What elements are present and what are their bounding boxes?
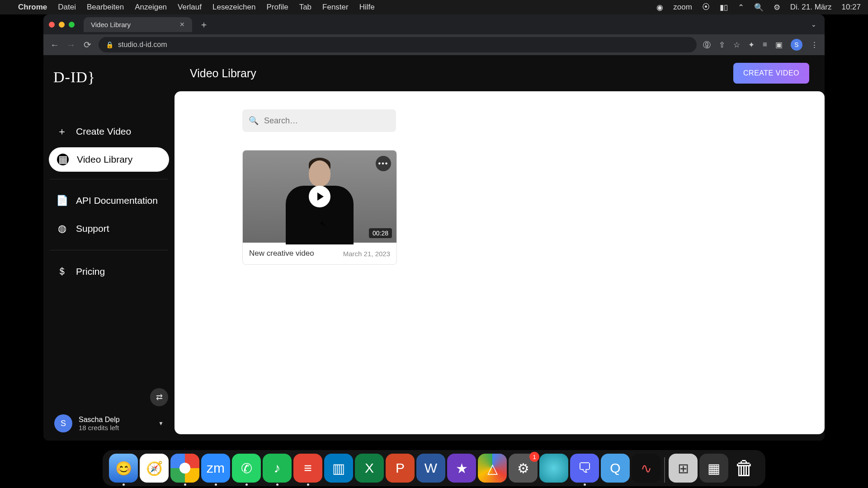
sidebar-item-create-video[interactable]: ＋ Create Video [43, 117, 175, 145]
sidebar: D-ID} ＋ Create Video ▦ Video Library 📄 A… [43, 55, 175, 441]
dock-google-drive[interactable]: △ [478, 454, 507, 483]
document-icon: 📄 [56, 195, 68, 206]
dock-trash[interactable]: 🗑 [730, 454, 759, 483]
dock-safari[interactable]: 🧭 [140, 454, 169, 483]
sidebar-item-label: Support [76, 223, 109, 234]
record-icon[interactable]: ◉ [656, 3, 663, 12]
browser-tab[interactable]: Video Library ✕ [84, 17, 192, 32]
menu-verlauf[interactable]: Verlauf [178, 3, 202, 12]
dock-imovie[interactable]: ★ [447, 454, 476, 483]
menu-hilfe[interactable]: Hilfe [359, 3, 375, 12]
menu-lesezeichen[interactable]: Lesezeichen [212, 3, 255, 12]
sidebar-item-support[interactable]: ◍ Support [43, 215, 175, 243]
collapse-sidebar-button[interactable]: ⇄ [150, 388, 168, 406]
share-icon[interactable]: ⇧ [719, 40, 725, 50]
bookmark-icon[interactable]: ☆ [733, 40, 740, 50]
address-bar: ← → ⟳ 🔒 studio.d-id.com ⓖ ⇧ ☆ ✦ ≡ ▣ S ⋮ [43, 34, 825, 55]
forward-button[interactable]: → [66, 40, 76, 50]
dock-trello[interactable]: ▥ [324, 454, 353, 483]
video-grid: ••• 00:28 ↖ New creative video March 21,… [242, 150, 757, 265]
video-thumbnail[interactable]: ••• 00:28 ↖ [243, 150, 396, 243]
dock-powerpoint[interactable]: P [386, 454, 415, 483]
menu-profile[interactable]: Profile [266, 3, 288, 12]
video-title: New creative video [249, 249, 314, 258]
dock-finder[interactable]: 😊 [109, 454, 138, 483]
menu-fenster[interactable]: Fenster [322, 3, 349, 12]
control-center-icon[interactable]: ⚙ [774, 3, 780, 12]
dock-spotify[interactable]: ♪ [263, 454, 292, 483]
logo[interactable]: D-ID} [43, 64, 175, 99]
menu-anzeigen[interactable]: Anzeigen [135, 3, 167, 12]
maximize-window-icon[interactable] [69, 22, 75, 28]
menubar-time[interactable]: 10:27 [841, 3, 861, 12]
settings-badge: 1 [529, 452, 539, 462]
chrome-menu-icon[interactable]: ⋮ [811, 40, 818, 50]
main-area: Video Library CREATE VIDEO 🔍 [175, 55, 825, 441]
create-video-button[interactable]: CREATE VIDEO [733, 63, 809, 84]
tab-strip: Video Library ✕ ＋ ⌄ [43, 14, 825, 34]
search-input[interactable] [264, 116, 390, 126]
dock-audio-app[interactable]: ∿ [632, 454, 660, 483]
menu-tab[interactable]: Tab [299, 3, 311, 12]
divider [50, 179, 168, 179]
dock-mission-control[interactable]: ▦ [699, 454, 728, 483]
video-duration: 00:28 [369, 228, 392, 238]
dock-chrome[interactable] [170, 454, 199, 483]
content-canvas: 🔍 ••• 00:28 ↖ [175, 91, 825, 434]
profile-avatar[interactable]: S [791, 39, 802, 51]
google-translate-icon[interactable]: ⓖ [703, 40, 711, 50]
tab-overflow-icon[interactable]: ⌄ [811, 21, 819, 28]
chrome-window: Video Library ✕ ＋ ⌄ ← → ⟳ 🔒 studio.d-id.… [43, 14, 825, 441]
zoom-menubar[interactable]: zoom [673, 3, 692, 12]
sidebar-item-pricing[interactable]: ＄ Pricing [43, 258, 175, 286]
macos-dock: 😊 🧭 zm ✆ ♪ ≡ ▥ X P W ★ △ ⚙1 🗨 Q ∿ ⊞ ▦ 🗑 [103, 450, 765, 486]
dock-discord[interactable]: 🗨 [570, 454, 599, 483]
window-controls[interactable] [49, 22, 75, 28]
back-button[interactable]: ← [50, 40, 60, 50]
url-field[interactable]: 🔒 studio.d-id.com [99, 37, 697, 52]
play-icon[interactable] [309, 186, 330, 207]
close-window-icon[interactable] [49, 22, 55, 28]
sidebar-item-api-docs[interactable]: 📄 API Documentation [43, 187, 175, 215]
tab-title: Video Library [91, 21, 131, 28]
dock-word[interactable]: W [416, 454, 445, 483]
user-menu[interactable]: S Sascha Delp 18 credits left ▼ [43, 406, 175, 441]
macos-menubar: Chrome Datei Bearbeiten Anzeigen Verlauf… [0, 0, 868, 14]
screen-record-icon[interactable]: ⦿ [702, 3, 710, 12]
new-tab-button[interactable]: ＋ [196, 17, 212, 33]
dock-zoom[interactable]: zm [201, 454, 230, 483]
card-menu-button[interactable]: ••• [376, 156, 391, 171]
menu-bearbeiten[interactable]: Bearbeiten [87, 3, 124, 12]
battery-icon[interactable]: ▮▯ [720, 3, 728, 12]
dock-quicktime[interactable]: Q [601, 454, 630, 483]
menubar-date[interactable]: Di. 21. März [790, 3, 832, 12]
dock-settings[interactable]: ⚙1 [509, 454, 538, 483]
close-tab-icon[interactable]: ✕ [179, 21, 185, 28]
user-credits: 18 credits left [79, 424, 120, 432]
dock-calculator[interactable]: ⊞ [669, 454, 698, 483]
chevron-down-icon: ▼ [158, 420, 164, 427]
sidebar-item-video-library[interactable]: ▦ Video Library [49, 147, 169, 172]
lock-icon: 🔒 [106, 41, 113, 48]
video-date: March 21, 2023 [343, 250, 390, 258]
dock-todoist[interactable]: ≡ [293, 454, 322, 483]
reload-button[interactable]: ⟳ [82, 39, 92, 50]
side-panel-icon[interactable]: ▣ [775, 40, 783, 50]
dock-whatsapp[interactable]: ✆ [232, 454, 261, 483]
reading-list-icon[interactable]: ≡ [763, 40, 767, 49]
spotlight-icon[interactable]: 🔍 [754, 3, 764, 12]
main-header: Video Library CREATE VIDEO [175, 55, 825, 91]
mouse-cursor: ↖ [320, 219, 326, 229]
minimize-window-icon[interactable] [59, 22, 65, 28]
menu-datei[interactable]: Datei [58, 3, 76, 12]
extensions-icon[interactable]: ✦ [748, 40, 755, 50]
menubar-app-name[interactable]: Chrome [18, 3, 47, 12]
wifi-icon[interactable]: ⌃ [738, 3, 744, 12]
dock-app-teal[interactable] [539, 454, 568, 483]
user-name: Sascha Delp [79, 416, 120, 424]
search-box[interactable]: 🔍 [242, 109, 396, 132]
dock-excel[interactable]: X [355, 454, 384, 483]
dock-separator [664, 457, 665, 483]
video-card[interactable]: ••• 00:28 ↖ New creative video March 21,… [242, 150, 397, 265]
app-root: D-ID} ＋ Create Video ▦ Video Library 📄 A… [43, 55, 825, 441]
